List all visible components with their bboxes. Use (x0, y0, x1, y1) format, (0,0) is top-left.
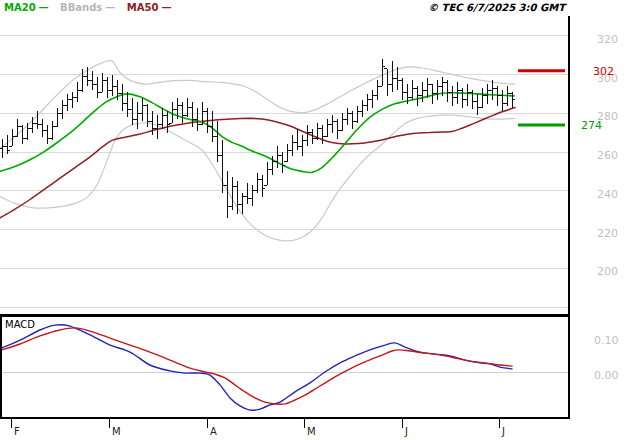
legend-item-bbands: BBands— (60, 2, 115, 14)
month-label-M: M (112, 426, 121, 437)
stock-chart-panel: MA20— BBands— MA50— © TEC 6/7/2025 3:0 G… (0, 0, 627, 440)
legend-label-ma20: MA20 (4, 2, 36, 13)
copyright-timestamp: © TEC 6/7/2025 3:0 GMT (428, 2, 565, 13)
price-axis-label: 320 (597, 32, 618, 45)
month-label-J: J (405, 426, 408, 437)
price-axis-label: 200 (597, 265, 618, 278)
price-axis-label: 240 (597, 187, 618, 200)
ma50-line-swatch: — (161, 2, 171, 13)
legend-label-bbands: BBands (60, 2, 102, 13)
level-label-302: 302 (593, 64, 614, 77)
signal-line (2, 328, 512, 404)
chart-legend: MA20— BBands— MA50— (4, 2, 179, 14)
macd-line (2, 325, 512, 411)
macd-axis-label: 0.00 (594, 369, 619, 382)
chart-canvas (0, 0, 627, 440)
ohlc-bars (0, 59, 515, 218)
month-label-M: M (307, 426, 316, 437)
level-label-274: 274 (581, 118, 602, 131)
ma20-line-swatch: — (39, 2, 49, 13)
macd-panel-title: MACD (5, 319, 35, 330)
bbands-line-swatch: — (105, 2, 115, 13)
month-label-J: J (502, 426, 505, 437)
month-label-A: A (210, 426, 217, 437)
macd-axis-label: 0.10 (594, 334, 619, 347)
legend-item-ma20: MA20— (4, 2, 49, 14)
price-axis-label: 220 (597, 226, 618, 239)
month-label-F: F (14, 426, 20, 437)
ma50-line (0, 108, 515, 218)
legend-item-ma50: MA50— (127, 2, 172, 14)
legend-label-ma50: MA50 (127, 2, 159, 13)
bb_upper-line (0, 60, 515, 148)
price-axis-label: 260 (597, 149, 618, 162)
